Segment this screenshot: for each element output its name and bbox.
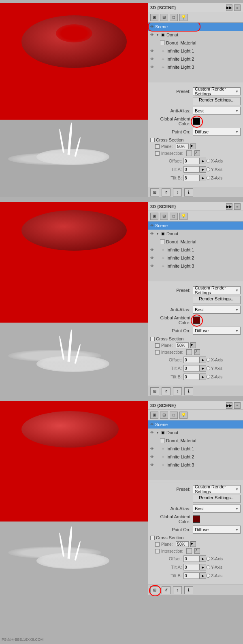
eye-scene-3[interactable]: 👁: [149, 421, 155, 428]
view-btn-2[interactable]: □: [170, 213, 178, 220]
intersection-btn-3[interactable]: ↗: [194, 548, 200, 554]
intersection-swatch-2[interactable]: [186, 349, 192, 355]
tree-light2-1[interactable]: 👁 ☀ Infinite Light 2: [148, 55, 243, 63]
tilta-input-1[interactable]: [183, 166, 200, 173]
crosssection-label-1[interactable]: Cross Section: [150, 137, 183, 142]
tilta-axis-btn-3[interactable]: ▶: [200, 564, 206, 570]
plane-check-3[interactable]: [155, 542, 160, 547]
tilta-input-3[interactable]: [183, 564, 200, 570]
grid-btn-1[interactable]: ⊟: [160, 14, 168, 21]
eye-donut-1[interactable]: 👁: [149, 32, 155, 38]
tiltb-radio-z-2[interactable]: [206, 375, 210, 379]
ambient-swatch-2[interactable]: [193, 317, 200, 324]
tree-donut-3[interactable]: 👁 ▼ ▣ Donut: [148, 429, 243, 437]
tilta-axis-btn-2[interactable]: ▶: [200, 365, 206, 372]
expand-icon-2[interactable]: ▶▶: [226, 203, 232, 210]
ambient-swatch-3[interactable]: [193, 515, 200, 523]
painton-dropdown-2[interactable]: Diffuse ▼: [193, 327, 241, 335]
tree-light2-2[interactable]: 👁 ☀ Infinite Light 2: [148, 254, 243, 262]
tree-mat-1[interactable]: Donut_Material: [148, 39, 243, 47]
render-settings-btn-3[interactable]: Render Settings...: [193, 495, 241, 503]
plane-cb-3[interactable]: Plane:: [155, 542, 173, 547]
antialias-dropdown-3[interactable]: Best ▼: [193, 505, 241, 513]
eye-light2-3[interactable]: 👁: [149, 454, 155, 460]
eye-scene-1[interactable]: 👁: [149, 23, 155, 30]
plane-check-1[interactable]: [155, 144, 160, 149]
filter-btn-2[interactable]: ⊞: [150, 213, 158, 220]
view-btn-1[interactable]: □: [170, 14, 178, 21]
offset-axis-btn-2[interactable]: ▶: [200, 357, 206, 363]
bulb-btn-1[interactable]: 💡: [179, 14, 188, 21]
filter-btn-3[interactable]: ⊞: [150, 412, 158, 419]
tiltb-input-1[interactable]: [183, 175, 200, 181]
stats-btn-bottom-1[interactable]: ↕: [173, 188, 182, 196]
render-btn-bottom-3[interactable]: ⊞: [150, 586, 159, 594]
antialias-dropdown-2[interactable]: Best ▼: [193, 306, 241, 314]
plane-btn-2[interactable]: ▶: [190, 342, 196, 348]
eye-light2-1[interactable]: 👁: [149, 56, 155, 62]
grid-btn-2[interactable]: ⊟: [160, 213, 168, 220]
tree-light1-1[interactable]: 👁 ☀ Infinite Light 1: [148, 47, 243, 55]
intersection-check-3[interactable]: [155, 549, 160, 553]
stats-btn-bottom-2[interactable]: ↕: [173, 387, 182, 395]
crosssection-label-2[interactable]: Cross Section: [150, 336, 183, 341]
tilta-radio-y-3[interactable]: [206, 565, 210, 569]
tiltb-input-3[interactable]: [183, 572, 200, 579]
intersection-cb-2[interactable]: Intersection:: [155, 350, 183, 355]
render-settings-btn-1[interactable]: Render Settings...: [193, 97, 241, 105]
tiltb-axis-btn-2[interactable]: ▶: [200, 374, 206, 380]
tree-scene-3[interactable]: 👁 Scene: [148, 420, 243, 429]
expand-icon-1[interactable]: ▶▶: [226, 4, 232, 11]
expand-icon-3[interactable]: ▶▶: [226, 402, 232, 409]
offset-radio-x-1[interactable]: [206, 159, 210, 163]
render-btn-bottom-2[interactable]: ⊞: [150, 387, 159, 395]
preset-dropdown-1[interactable]: Custom Render Settings ▼: [193, 87, 241, 95]
tree-donut-2[interactable]: 👁 ▼ ▣ Donut: [148, 230, 243, 238]
tiltb-axis-btn-1[interactable]: ▶: [200, 175, 206, 181]
tilta-radio-y-2[interactable]: [206, 366, 210, 370]
crosssection-cb-2[interactable]: [150, 337, 155, 341]
eye-light3-3[interactable]: 👁: [149, 462, 155, 468]
rotate-btn-bottom-3[interactable]: ↺: [162, 586, 171, 594]
eye-light1-1[interactable]: 👁: [149, 48, 155, 54]
intersection-swatch-3[interactable]: [186, 548, 192, 554]
eye-donut-2[interactable]: 👁: [149, 230, 155, 237]
eye-light3-1[interactable]: 👁: [149, 64, 155, 70]
eye-light3-2[interactable]: 👁: [149, 263, 155, 269]
info-btn-bottom-2[interactable]: ℹ: [184, 387, 193, 395]
offset-input-2[interactable]: [183, 357, 200, 363]
grid-btn-3[interactable]: ⊟: [160, 412, 168, 419]
tree-light3-1[interactable]: 👁 ☀ Infinite Light 3: [148, 63, 243, 71]
intersection-btn-1[interactable]: ↗: [194, 150, 200, 156]
painton-dropdown-3[interactable]: Diffuse ▼: [193, 526, 241, 534]
intersection-btn-2[interactable]: ↗: [194, 349, 200, 355]
render-btn-bottom-1[interactable]: ⊞: [150, 188, 159, 196]
tiltb-radio-z-3[interactable]: [206, 574, 210, 578]
tree-mat-2[interactable]: Donut_Material: [148, 238, 243, 246]
tilta-axis-btn-1[interactable]: ▶: [200, 166, 206, 173]
plane-btn-1[interactable]: ▶: [190, 144, 196, 149]
menu-icon-2[interactable]: ≡: [234, 203, 241, 210]
menu-icon-1[interactable]: ≡: [234, 4, 241, 11]
offset-axis-btn-3[interactable]: ▶: [200, 555, 206, 562]
rotate-btn-bottom-1[interactable]: ↺: [162, 188, 171, 196]
eye-light2-2[interactable]: 👁: [149, 255, 155, 261]
tilta-radio-y-1[interactable]: [206, 167, 210, 171]
stats-btn-bottom-3[interactable]: ↕: [173, 586, 182, 594]
rotate-btn-bottom-2[interactable]: ↺: [162, 387, 171, 395]
offset-input-1[interactable]: [183, 158, 200, 164]
tree-light2-3[interactable]: 👁 ☀ Infinite Light 2: [148, 453, 243, 461]
crosssection-cb-3[interactable]: [150, 536, 155, 540]
plane-cb-1[interactable]: Plane:: [155, 144, 173, 149]
tree-scene-2[interactable]: 👁 Scene: [148, 222, 243, 230]
painton-dropdown-1[interactable]: Diffuse ▼: [193, 128, 241, 136]
filter-btn-1[interactable]: ⊞: [150, 14, 158, 21]
preset-dropdown-3[interactable]: Custom Render Settings ▼: [193, 485, 241, 493]
render-settings-btn-2[interactable]: Render Settings...: [193, 296, 241, 304]
intersection-swatch-1[interactable]: [186, 150, 192, 156]
plane-input-1[interactable]: [176, 144, 189, 149]
tree-donut-1[interactable]: 👁 ▼ ▣ Donut: [148, 31, 243, 39]
tree-scene-1[interactable]: 👁 Scene: [148, 23, 243, 31]
preset-dropdown-2[interactable]: Custom Render Settings ▼: [193, 286, 241, 294]
intersection-check-1[interactable]: [155, 151, 160, 156]
